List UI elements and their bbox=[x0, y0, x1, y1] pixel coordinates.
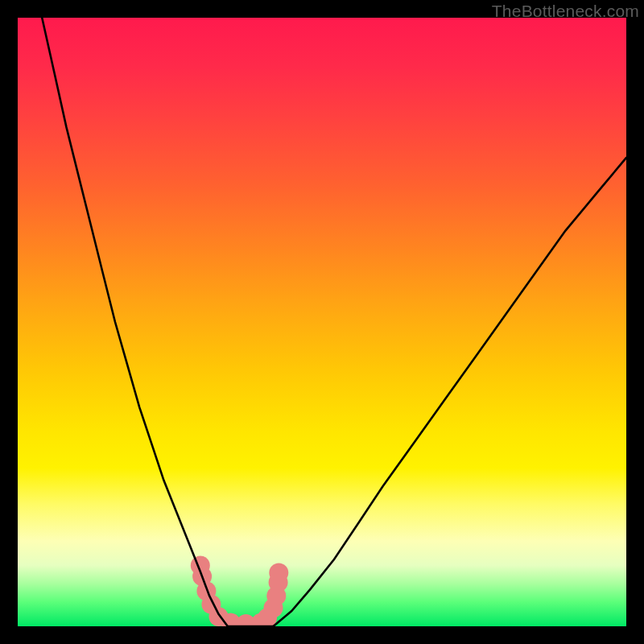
left-curve-path bbox=[42, 18, 228, 626]
chart-svg bbox=[18, 18, 626, 626]
plot-area bbox=[18, 18, 626, 626]
marker-group bbox=[191, 555, 288, 626]
right-curve-path bbox=[274, 158, 627, 626]
watermark-text: TheBottleneck.com bbox=[492, 2, 639, 21]
marker-dot bbox=[269, 564, 288, 583]
